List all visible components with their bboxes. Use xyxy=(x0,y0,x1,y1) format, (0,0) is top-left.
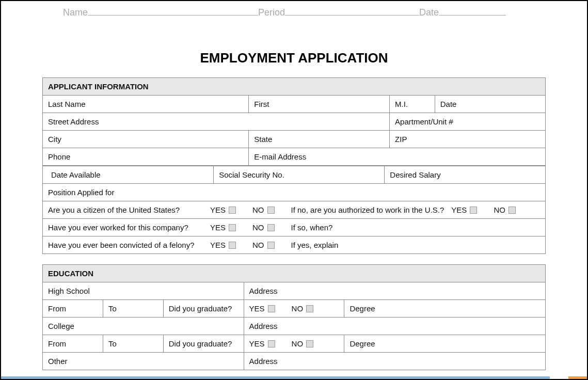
felony-yes[interactable]: YES xyxy=(210,241,236,249)
citizen-no[interactable]: NO xyxy=(252,205,275,214)
cell-hs-graduate-yn: YES NO xyxy=(244,300,344,318)
felony-no[interactable]: NO xyxy=(252,241,275,249)
field-email[interactable]: E-mail Address xyxy=(249,148,546,166)
field-college[interactable]: College xyxy=(43,318,244,335)
field-position[interactable]: Position Applied for xyxy=(43,184,546,201)
field-street[interactable]: Street Address xyxy=(43,113,390,131)
field-date[interactable]: Date xyxy=(435,96,545,113)
citizen-yes[interactable]: YES xyxy=(210,205,236,214)
field-highschool[interactable]: High School xyxy=(43,282,244,300)
field-hs-address[interactable]: Address xyxy=(244,282,545,300)
field-other-address[interactable]: Address xyxy=(244,353,545,370)
field-state[interactable]: State xyxy=(249,131,390,148)
field-date-available[interactable]: Date Available xyxy=(43,166,214,184)
header-period-label: Period xyxy=(258,7,285,18)
field-hs-degree[interactable]: Degree xyxy=(344,300,546,318)
row-worked: Have you ever worked for this company? Y… xyxy=(43,219,546,236)
checkbox-icon xyxy=(508,207,516,214)
field-first[interactable]: First xyxy=(249,96,390,113)
education-table: EDUCATION High School Address From To Di… xyxy=(42,264,546,370)
college-grad-yes[interactable]: YES xyxy=(249,339,275,348)
row-felony: Have you ever been convicted of a felony… xyxy=(43,236,546,254)
checkbox-icon xyxy=(267,207,275,214)
education-section-header: EDUCATION xyxy=(43,265,546,282)
field-hs-to[interactable]: To xyxy=(103,300,163,318)
student-header: Name Period Date xyxy=(1,1,587,18)
header-period-line[interactable] xyxy=(285,5,419,15)
authorized-yes[interactable]: YES xyxy=(451,205,477,214)
question-worked: Have you ever worked for this company? xyxy=(48,223,203,232)
checkbox-icon xyxy=(267,242,275,249)
field-college-from[interactable]: From xyxy=(43,335,103,353)
field-city[interactable]: City xyxy=(43,131,249,148)
question-worked-follow: If so, when? xyxy=(291,223,333,232)
accent-blue xyxy=(1,376,550,379)
field-other[interactable]: Other xyxy=(43,353,244,370)
applicant-section: APPLICANT INFORMATION Last Name First M.… xyxy=(42,77,546,254)
header-date-line[interactable] xyxy=(439,5,506,15)
bottom-accent-strip xyxy=(1,376,587,379)
field-college-address[interactable]: Address xyxy=(244,318,545,335)
header-name-label: Name xyxy=(63,7,88,18)
checkbox-icon xyxy=(306,305,313,312)
accent-gap xyxy=(550,376,568,379)
question-felony-follow: If yes, explain xyxy=(291,241,339,249)
field-salary[interactable]: Desired Salary xyxy=(385,166,546,184)
checkbox-icon xyxy=(470,207,477,214)
document-page: Name Period Date EMPLOYMENT APPLICATION … xyxy=(0,0,588,380)
education-section: EDUCATION High School Address From To Di… xyxy=(42,264,546,370)
authorized-no[interactable]: NO xyxy=(494,205,516,214)
header-date-field: Date xyxy=(419,5,506,18)
row-citizen: Are you a citizen of the United States? … xyxy=(43,201,546,219)
applicant-table-2: Date Available Social Security No. Desir… xyxy=(42,166,546,254)
college-grad-no[interactable]: NO xyxy=(292,339,314,348)
checkbox-icon xyxy=(267,224,275,231)
header-name-line[interactable] xyxy=(88,5,258,15)
field-college-to[interactable]: To xyxy=(103,335,163,353)
label-hs-graduate: Did you graduate? xyxy=(163,300,244,318)
checkbox-icon xyxy=(229,224,236,231)
checkbox-icon xyxy=(268,340,275,347)
label-college-graduate: Did you graduate? xyxy=(163,335,244,353)
field-ssn[interactable]: Social Security No. xyxy=(214,166,385,184)
form-title: EMPLOYMENT APPLICATION xyxy=(1,50,587,66)
question-citizen: Are you a citizen of the United States? xyxy=(48,205,203,214)
field-apt[interactable]: Apartment/Unit # xyxy=(390,113,546,131)
header-date-label: Date xyxy=(419,7,439,18)
cell-college-graduate-yn: YES NO xyxy=(244,335,344,353)
accent-orange xyxy=(568,376,587,379)
field-mi[interactable]: M.I. xyxy=(390,96,435,113)
applicant-table: APPLICANT INFORMATION Last Name First M.… xyxy=(42,77,546,166)
field-last-name[interactable]: Last Name xyxy=(43,96,249,113)
worked-yes[interactable]: YES xyxy=(210,223,236,232)
field-zip[interactable]: ZIP xyxy=(390,131,546,148)
field-college-degree[interactable]: Degree xyxy=(344,335,546,353)
worked-no[interactable]: NO xyxy=(252,223,275,232)
checkbox-icon xyxy=(268,305,275,312)
hs-grad-yes[interactable]: YES xyxy=(249,304,275,313)
question-felony: Have you ever been convicted of a felony… xyxy=(48,241,203,249)
checkbox-icon xyxy=(306,340,313,347)
field-phone[interactable]: Phone xyxy=(43,148,249,166)
hs-grad-no[interactable]: NO xyxy=(292,304,314,313)
applicant-section-header: APPLICANT INFORMATION xyxy=(43,78,546,96)
field-hs-from[interactable]: From xyxy=(43,300,103,318)
checkbox-icon xyxy=(229,207,236,214)
header-name-field: Name xyxy=(63,5,258,18)
question-citizen-follow: If no, are you authorized to work in the… xyxy=(291,205,444,214)
checkbox-icon xyxy=(229,242,236,249)
header-period-field: Period xyxy=(258,5,419,18)
